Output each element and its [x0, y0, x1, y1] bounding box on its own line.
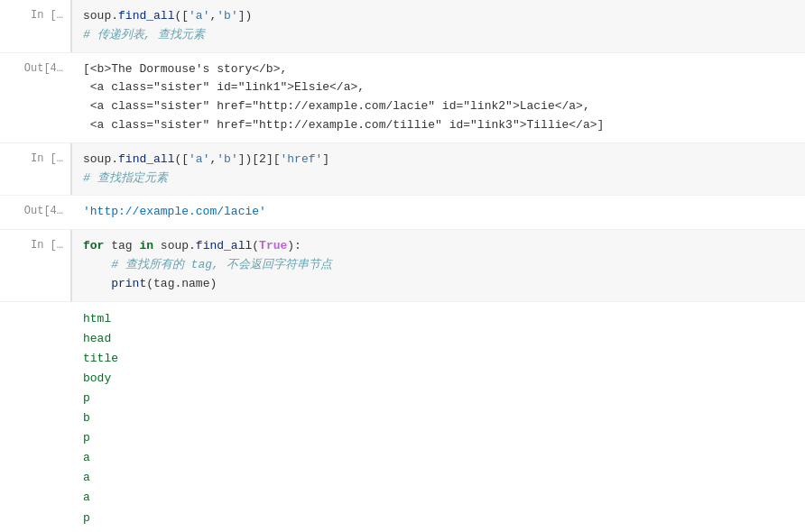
code-line: soup.find_all(['a','b'])[2]['href'] — [83, 151, 794, 170]
code-token: # 查找所有的 tag, 不会返回字符串节点 — [83, 258, 332, 271]
code-token: 'a' — [189, 9, 209, 23]
code-token: find_all — [118, 9, 174, 23]
code-token: # 查找指定元素 — [83, 171, 168, 185]
code-line: <a class="sister" href="http://example.c… — [83, 97, 794, 116]
code-token: True — [259, 239, 287, 252]
cell-label-0: In [… — [0, 0, 70, 52]
code-token: print — [111, 277, 146, 290]
code-token: soup — [83, 9, 111, 23]
cell-3: Out[4…'http://example.com/lacie' — [0, 196, 805, 230]
code-token: ): — [287, 239, 301, 252]
code-line: <a class="sister" href="http://example.c… — [83, 116, 794, 135]
cell-label-4: In [… — [0, 230, 70, 300]
cell-label-5 — [0, 302, 70, 532]
code-token: find_all — [118, 152, 174, 166]
cell-4: In […for tag in soup.find_all(True): # 查… — [0, 230, 805, 301]
code-token: 'b' — [217, 152, 237, 166]
output-line: title — [83, 349, 794, 369]
code-token: 'a' — [189, 152, 209, 166]
code-token: ]) — [238, 9, 253, 23]
code-line: <a class="sister" id="link1">Elsie</a>, — [83, 78, 794, 97]
code-token: ] — [322, 152, 329, 166]
output-line: a — [83, 488, 794, 508]
code-token — [83, 277, 111, 290]
code-line: soup.find_all(['a','b']) — [83, 7, 794, 26]
cell-content-0[interactable]: soup.find_all(['a','b'])# 传递列表, 查找元素 — [70, 0, 805, 52]
code-token: soup — [83, 152, 111, 166]
code-token: find_all — [196, 239, 252, 252]
cell-label-1: Out[4… — [0, 53, 70, 142]
code-token: in — [139, 239, 153, 252]
code-token: ) — [209, 277, 217, 290]
code-token: 'href' — [281, 152, 323, 166]
cell-5: htmlheadtitlebodypbpaaap — [0, 302, 805, 532]
code-line: for tag in soup.find_all(True): — [83, 237, 794, 256]
cell-label-2: In [… — [0, 143, 70, 196]
code-line: # 查找所有的 tag, 不会返回字符串节点 — [83, 256, 794, 275]
cell-content-3: 'http://example.com/lacie' — [70, 196, 805, 229]
code-line: # 传递列表, 查找元素 — [83, 26, 794, 45]
code-token: soup. — [153, 239, 196, 252]
code-line: [<b>The Dormouse's story</b>, — [83, 60, 794, 79]
output-line: p — [83, 428, 794, 448]
code-token: <a class="sister" href="http://example.c… — [83, 99, 590, 113]
cell-content-2[interactable]: soup.find_all(['a','b'])[2]['href']# 查找指… — [70, 143, 805, 196]
cell-content-4[interactable]: for tag in soup.find_all(True): # 查找所有的 … — [70, 230, 805, 300]
code-token: 'http://example.com/lacie' — [83, 205, 266, 218]
code-token: <a class="sister" id="link1">Elsie</a>, — [83, 80, 365, 94]
output-line: b — [83, 408, 794, 428]
code-token: [<b>The Dormouse's story</b>, — [83, 62, 287, 76]
output-line: head — [83, 329, 794, 349]
cell-0: In […soup.find_all(['a','b'])# 传递列表, 查找元… — [0, 0, 805, 53]
cell-1: Out[4…[<b>The Dormouse's story</b>, <a c… — [0, 53, 805, 143]
code-token: (tag. — [146, 277, 181, 290]
code-token: 'b' — [217, 9, 237, 23]
output-line: html — [83, 309, 794, 329]
output-line: a — [83, 468, 794, 488]
output-line: a — [83, 448, 794, 468]
code-token: . — [111, 152, 118, 166]
code-line: # 查找指定元素 — [83, 170, 794, 188]
code-token: tag — [104, 239, 139, 252]
cell-content-1: [<b>The Dormouse's story</b>, <a class="… — [70, 53, 805, 142]
code-token: name — [181, 277, 209, 290]
code-token: # 传递列表, 查找元素 — [83, 28, 205, 41]
code-token: for — [83, 239, 104, 252]
code-line: print(tag.name) — [83, 275, 794, 294]
notebook: In […soup.find_all(['a','b'])# 传递列表, 查找元… — [0, 0, 805, 532]
code-token: ])[2][ — [238, 152, 281, 166]
output-line: p — [83, 389, 794, 408]
code-token: ( — [252, 239, 259, 252]
cell-2: In […soup.find_all(['a','b'])[2]['href']… — [0, 143, 805, 197]
output-line: p — [83, 509, 794, 528]
code-token: ([ — [174, 9, 189, 23]
output-line: body — [83, 369, 794, 389]
code-token: . — [111, 9, 118, 23]
cell-content-5: htmlheadtitlebodypbpaaap — [70, 302, 805, 532]
code-line: 'http://example.com/lacie' — [83, 203, 794, 222]
code-token: <a class="sister" href="http://example.c… — [83, 118, 604, 132]
code-token: ([ — [174, 152, 189, 166]
cell-label-3: Out[4… — [0, 196, 70, 229]
